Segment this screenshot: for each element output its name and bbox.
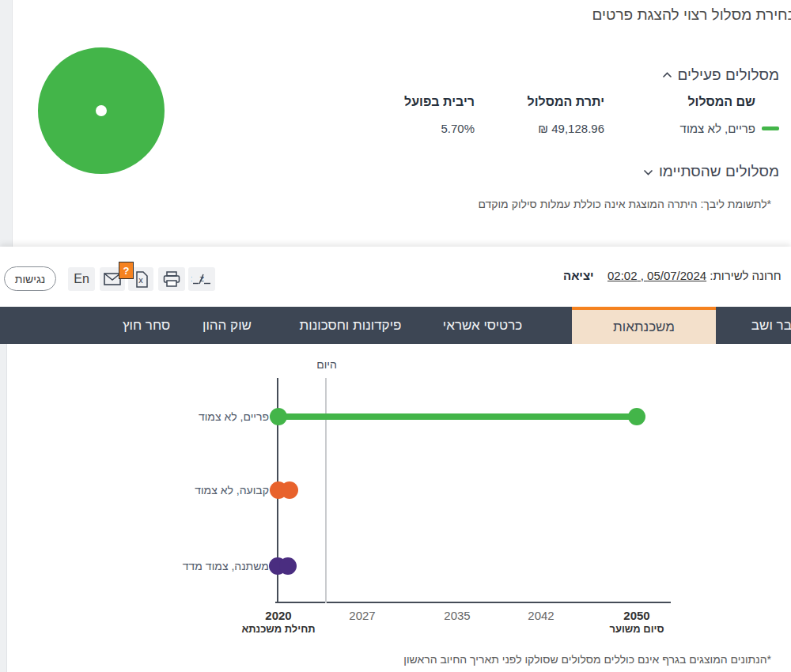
col-header-track-rate: ריבית בפועל [356,95,475,122]
x-tick-2020: 2020 [239,609,318,622]
language-toggle[interactable]: En [68,267,95,291]
balance-disclaimer: *לתשומת ליבך: היתרה המוצגת אינה כוללת עמ… [478,198,771,210]
tracks-table: שם המסלול יתרת המסלול ריבית בפועל פריים,… [356,95,779,135]
chart-disclaimer: *הנתונים המוצגים בגרף אינם כוללים מסלולי… [403,653,771,666]
help-badge[interactable]: ? [119,262,134,279]
chevron-up-icon [662,72,672,79]
track-color-marker [762,126,779,130]
track-end-dot-prime[interactable] [628,408,645,425]
track-bar-prime[interactable] [278,413,637,420]
track-end-dot-fixed[interactable] [281,481,298,499]
track-name: פריים, לא צמוד [680,122,755,135]
section-active-label: מסלולים פעילים [678,66,779,84]
x-tick-2042: 2042 [501,609,581,622]
table-row-track-balance: 49,128.96 ₪ [475,122,604,135]
track-end-dot-variable[interactable] [279,557,297,575]
last-login-prefix: חרונה לשירות: [710,269,781,282]
x-tick-2035: 2035 [418,609,497,622]
x-sublabel-end: סיום משוער [577,623,696,635]
svg-text:z: z [199,274,204,284]
chevron-down-icon [643,168,653,176]
tab-capital-market[interactable]: שוק ההון [187,307,267,344]
active-tracks-panel: בחירת מסלול רצוי להצגת פרטים מסלולים פעי… [12,0,791,247]
track-label-variable: משתנה, צמוד מדד [111,557,269,575]
track-label-prime: פריים, לא צמוד [111,408,269,425]
page-gutter [0,344,6,672]
tab-foreign-trade[interactable]: סחר חוץ [107,307,186,344]
exchange-rates-icon[interactable]: xz [188,267,215,291]
x-tick-2050: 2050 [597,609,676,622]
track-label-fixed: קבועה, לא צמוד [111,481,269,499]
main-nav: עובר ושב משכנתאות כרטיסי אשראי פיקדונות … [0,307,791,344]
col-header-track-balance: יתרת המסלול [475,95,604,122]
svg-text:x: x [138,276,143,285]
accessibility-button[interactable]: נגישות [4,266,56,291]
tab-checking-account[interactable]: עובר ושב [716,307,791,344]
x-sublabel-start: תחילת משכנתא [219,623,338,635]
chart-x-axis [275,602,671,603]
section-active-tracks[interactable]: מסלולים פעילים [662,66,779,84]
donut-chart[interactable] [38,47,165,174]
tab-credit-cards[interactable]: כרטיסי אשראי [435,307,530,344]
print-icon[interactable] [158,267,185,291]
section-closed-label: מסלולים שהסתיימו [659,163,779,180]
col-header-track-name: שם המסלול [604,95,779,122]
section-closed-tracks[interactable]: מסלולים שהסתיימו [643,163,779,180]
page-title: בחירת מסלול רצוי להצגת פרטים [592,6,791,24]
svg-text:x: x [191,274,192,284]
tab-mortgages[interactable]: משכנתאות [572,307,716,344]
last-login-datetime[interactable]: 05/07/2024 , 02:02 [607,269,706,282]
logout-link[interactable]: יציאה [563,269,594,282]
table-row-track-name[interactable]: פריים, לא צמוד [604,122,779,135]
tab-deposits-savings[interactable]: פיקדונות וחסכונות [303,307,398,344]
table-row-track-rate: 5.70% [356,122,475,135]
track-start-dot-prime[interactable] [270,408,287,425]
x-tick-2027: 2027 [323,609,402,622]
today-label: היום [287,358,366,371]
today-marker-line [325,378,327,603]
mortgage-page: נגישות En ? x xz יציאה חרונה לשירות: 05/… [0,247,791,672]
last-login: חרונה לשירות: 05/07/2024 , 02:02 [607,269,782,282]
